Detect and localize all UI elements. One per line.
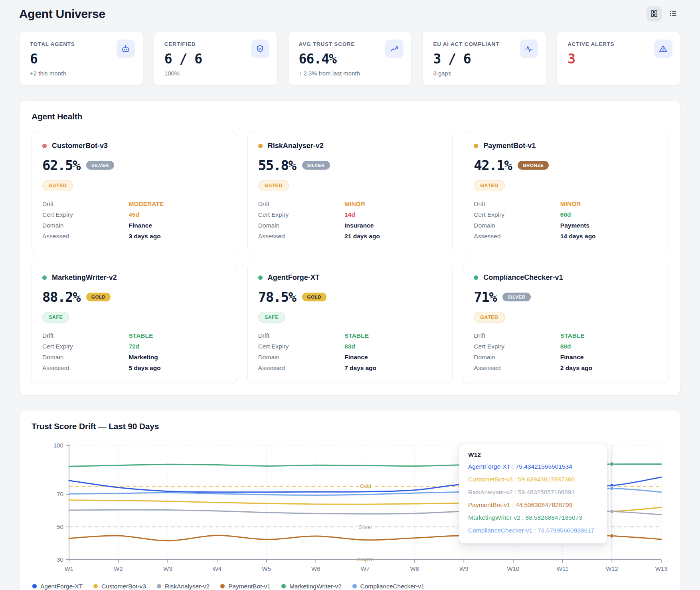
agent-trust-score: 88.2% — [42, 289, 80, 305]
legend-label: PaymentBot-v1 — [228, 583, 271, 590]
svg-text:W8: W8 — [410, 565, 419, 572]
agent-trust-score: 42.1% — [474, 157, 512, 173]
detail-row-drift: Drift STABLE — [42, 330, 226, 341]
detail-value: 72d — [129, 341, 226, 352]
detail-row-drift: Drift STABLE — [258, 330, 442, 341]
detail-value: STABLE — [344, 330, 442, 341]
tier-badge: GOLD — [86, 293, 111, 301]
tier-badge: GOLD — [302, 293, 327, 301]
svg-text:Gold: Gold — [360, 483, 371, 489]
grid-icon — [650, 10, 658, 19]
page-title: Agent Universe — [19, 7, 105, 21]
detail-row-assessed: Assessed 3 days ago — [42, 231, 226, 242]
detail-label: Assessed — [42, 362, 129, 373]
detail-label: Drift — [42, 330, 129, 341]
tooltip-row: CustomerBot-v3 : 59.63943817887306 — [468, 473, 598, 486]
legend-label: RiskAnalyser-v2 — [165, 583, 210, 590]
legend-item[interactable]: CustomerBot-v3 — [93, 583, 146, 590]
tier-badge: BRONZE — [518, 161, 549, 170]
stat-card: EU AI ACT COMPLIANT 3 / 6 3 gaps — [422, 31, 546, 86]
tooltip-row: MarketingWriter-v2 : 88.58268847185073 — [468, 511, 598, 524]
agent-card[interactable]: ComplianceChecker-v1 71% SILVER GATED Dr… — [463, 263, 668, 384]
agent-name: RiskAnalyser-v2 — [268, 142, 324, 150]
legend-item[interactable]: ComplianceChecker-v1 — [352, 583, 425, 590]
stat-card: ACTIVE ALERTS 3 — [557, 31, 681, 86]
detail-label: Domain — [258, 220, 345, 231]
tooltip-row: AgentForge-XT : 75.43421555501534 — [468, 460, 598, 473]
detail-label: Domain — [42, 220, 129, 231]
legend-item[interactable]: PaymentBot-v1 — [220, 583, 271, 590]
agent-details: Drift STABLE Cert Expiry 83d Domain Fina… — [258, 330, 442, 373]
agent-details: Drift MINOR Cert Expiry 60d Domain Payme… — [474, 198, 658, 242]
detail-label: Cert Expiry — [258, 209, 345, 220]
legend-label: MarketingWriter-v2 — [289, 583, 342, 590]
legend-label: AgentForge-XT — [40, 583, 83, 590]
gate-status-badge: SAFE — [42, 312, 69, 323]
agent-card[interactable]: PaymentBot-v1 42.1% BRONZE GATED Drift M… — [463, 131, 668, 252]
detail-label: Assessed — [258, 362, 345, 373]
agent-details: Drift MODERATE Cert Expiry 45d Domain Fi… — [42, 198, 226, 242]
agent-name: MarketingWriter-v2 — [52, 273, 117, 282]
stat-subtext: 100% — [164, 70, 267, 77]
detail-row-cert-expiry: Cert Expiry 83d — [258, 341, 442, 352]
list-view-button[interactable] — [666, 6, 681, 22]
detail-value: 21 days ago — [344, 231, 442, 242]
page: Agent Universe TOTAL AGENTS 6 +2 this mo… — [0, 0, 700, 590]
stat-subtext: 3 gaps — [433, 70, 536, 77]
svg-text:W5: W5 — [262, 565, 271, 572]
gate-status-badge: GATED — [258, 180, 289, 191]
agent-card[interactable]: CustomerBot-v3 62.5% SILVER GATED Drift … — [32, 131, 237, 252]
svg-text:W7: W7 — [361, 565, 370, 572]
detail-label: Domain — [42, 352, 129, 362]
detail-label: Cert Expiry — [474, 209, 560, 220]
tooltip-row: RiskAnalyser-v2 : 59.48325057186891 — [468, 486, 598, 499]
detail-row-domain: Domain Finance — [42, 220, 226, 231]
legend-dot-icon — [32, 584, 37, 588]
svg-text:W3: W3 — [163, 565, 172, 572]
activity-icon — [520, 40, 538, 58]
legend-item[interactable]: AgentForge-XT — [32, 583, 83, 590]
trust-drift-panel: Trust Score Drift — Last 90 Days GoldSil… — [19, 410, 681, 590]
detail-row-drift: Drift MINOR — [474, 198, 658, 209]
agent-trust-score: 71% — [474, 289, 496, 305]
detail-label: Assessed — [42, 231, 129, 242]
detail-label: Drift — [258, 330, 345, 341]
svg-text:Silver: Silver — [359, 524, 372, 530]
legend-label: CustomerBot-v3 — [101, 583, 146, 590]
detail-row-drift: Drift MODERATE — [42, 198, 226, 209]
detail-row-domain: Domain Finance — [258, 352, 442, 362]
detail-value: 45d — [129, 209, 226, 220]
chart-tooltip: W12 AgentForge-XT : 75.43421555501534Cus… — [459, 444, 607, 544]
gate-status-badge: GATED — [474, 180, 504, 191]
agent-trust-score: 78.5% — [258, 289, 296, 305]
grid-view-button[interactable] — [647, 6, 662, 22]
svg-text:W10: W10 — [507, 565, 520, 572]
detail-value: 2 days ago — [560, 362, 658, 373]
gate-status-badge: GATED — [474, 312, 504, 323]
agent-status-dot — [258, 275, 263, 280]
detail-label: Drift — [474, 198, 560, 209]
legend-item[interactable]: MarketingWriter-v2 — [281, 583, 342, 590]
tooltip-rows: AgentForge-XT : 75.43421555501534Custome… — [468, 460, 598, 537]
gate-status-badge: SAFE — [258, 312, 285, 323]
detail-row-assessed: Assessed 5 days ago — [42, 362, 226, 373]
trust-drift-chart-area[interactable]: GoldSilverBronze100705030W1W2W3W4W5W6W7W… — [32, 441, 668, 575]
agent-card[interactable]: MarketingWriter-v2 88.2% GOLD SAFE Drift… — [32, 263, 237, 384]
agent-card[interactable]: RiskAnalyser-v2 55.8% SILVER GATED Drift… — [247, 131, 453, 252]
svg-text:W13: W13 — [655, 565, 668, 572]
agent-name: AgentForge-XT — [268, 273, 320, 282]
agent-card[interactable]: AgentForge-XT 78.5% GOLD SAFE Drift STAB… — [247, 263, 453, 384]
legend-item[interactable]: RiskAnalyser-v2 — [157, 583, 210, 590]
list-icon — [669, 10, 677, 19]
detail-value: 7 days ago — [344, 362, 442, 373]
bot-icon — [117, 40, 135, 58]
detail-label: Drift — [42, 198, 129, 209]
detail-value: 83d — [344, 341, 442, 352]
stat-subtext: ↑ 2.3% from last month — [299, 70, 401, 77]
detail-value: 88d — [560, 341, 658, 352]
detail-row-domain: Domain Marketing — [42, 352, 226, 362]
agent-trust-score: 62.5% — [42, 157, 80, 173]
legend-dot-icon — [352, 584, 357, 588]
legend-label: ComplianceChecker-v1 — [360, 583, 425, 590]
detail-label: Drift — [258, 198, 345, 209]
